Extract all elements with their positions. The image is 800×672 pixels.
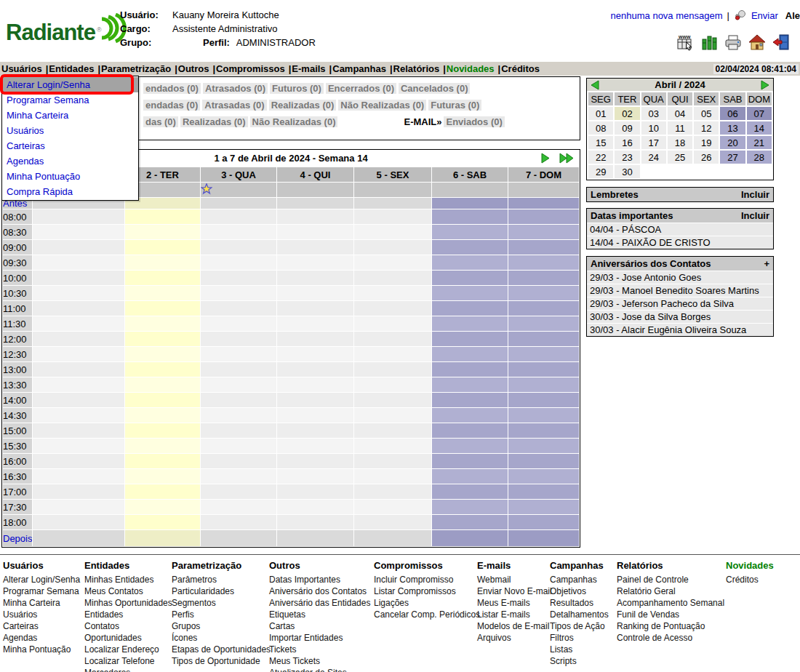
slot-cell[interactable] [432, 484, 508, 499]
footer-link[interactable]: Meus Tickets [269, 655, 374, 667]
allday-cell[interactable] [277, 183, 353, 197]
slot-cell[interactable] [33, 423, 124, 438]
slot-cell[interactable] [354, 301, 431, 316]
slot-cell[interactable] [508, 377, 579, 392]
status-chip[interactable]: Encerrados (0) [326, 83, 396, 94]
slot-cell[interactable] [201, 347, 276, 361]
slot-cell[interactable] [508, 393, 579, 407]
slot-cell[interactable] [125, 240, 200, 255]
mini-day-cell[interactable]: 03 [641, 107, 666, 120]
slot-cell[interactable] [201, 240, 276, 255]
slot-cell[interactable] [354, 377, 431, 392]
allday-cell[interactable] [201, 183, 276, 197]
slot-cell[interactable] [125, 439, 200, 453]
slot-cell[interactable] [33, 255, 124, 270]
slot-cell[interactable] [508, 316, 579, 331]
status-chip[interactable]: Não Realizadas (0) [250, 116, 338, 127]
slot-cell[interactable] [277, 530, 353, 546]
birthdays-add-button[interactable]: + [764, 258, 769, 269]
footer-link[interactable]: Importar Entidades [269, 632, 374, 644]
slot-cell[interactable] [277, 347, 353, 361]
slot-cell[interactable] [201, 332, 276, 346]
footer-link[interactable]: Modelos de E-mail [477, 620, 550, 632]
footer-link[interactable]: Meus Contatos [84, 585, 172, 597]
slot-cell[interactable] [277, 362, 353, 377]
slot-cell[interactable] [432, 209, 508, 224]
menubar-item-entidades[interactable]: Entidades [49, 63, 94, 74]
slot-cell[interactable] [432, 255, 508, 270]
slot-cell[interactable] [201, 454, 276, 468]
slot-cell[interactable] [277, 439, 353, 453]
slot-cell[interactable] [125, 209, 200, 224]
footer-link[interactable]: Enviar Novo E-mail [477, 585, 550, 597]
mini-day-cell[interactable]: 26 [694, 151, 719, 164]
footer-link[interactable]: Ranking de Pontuação [617, 620, 726, 632]
dropdown-item-programar-semana[interactable]: Programar Semana [2, 92, 138, 108]
allday-cell[interactable] [432, 183, 508, 197]
slot-cell[interactable] [432, 469, 508, 484]
menubar-item-parametriza-o[interactable]: Parametrização [101, 63, 171, 74]
slot-cell[interactable] [33, 530, 124, 546]
slot-cell[interactable] [508, 255, 579, 270]
slot-cell[interactable] [508, 301, 579, 316]
footer-link[interactable]: Atualizador de Sites [269, 667, 374, 672]
slot-cell[interactable] [508, 209, 579, 224]
logout-door-icon[interactable] [772, 33, 790, 51]
slot-cell[interactable] [354, 271, 431, 285]
slot-cell[interactable] [201, 530, 276, 546]
footer-link[interactable]: Arquivos [477, 632, 550, 644]
mini-day-cell[interactable]: 01 [588, 107, 613, 120]
slot-cell[interactable] [354, 362, 431, 377]
slot-cell[interactable] [508, 347, 579, 361]
slot-cell[interactable] [277, 225, 353, 239]
slot-cell[interactable] [33, 454, 124, 468]
footer-link[interactable]: Painel de Controle [617, 574, 726, 585]
footer-link[interactable]: Localizar Endereço [84, 644, 172, 655]
footer-link[interactable]: Perfis [172, 609, 269, 620]
slot-cell[interactable] [33, 515, 124, 529]
status-chip[interactable]: Enviados (0) [444, 116, 504, 127]
important-dates-incluir-button[interactable]: Incluir [741, 210, 769, 221]
slot-cell[interactable] [354, 198, 431, 209]
slot-cell[interactable] [432, 439, 508, 453]
status-chip[interactable]: Cancelados (0) [399, 83, 470, 94]
slot-cell[interactable] [354, 469, 431, 484]
slot-cell[interactable] [33, 225, 124, 239]
slot-cell[interactable] [354, 347, 431, 361]
slot-cell[interactable] [201, 225, 276, 239]
footer-link[interactable]: Filtros [550, 632, 617, 644]
slot-cell[interactable] [432, 286, 508, 300]
slot-cell[interactable] [125, 286, 200, 300]
slot-cell[interactable] [277, 469, 353, 484]
slot-cell[interactable] [277, 454, 353, 468]
home-icon[interactable] [748, 33, 766, 51]
slot-cell[interactable] [201, 209, 276, 224]
mini-day-cell[interactable]: 16 [615, 136, 639, 149]
footer-link[interactable]: Detalhamentos [550, 609, 617, 620]
footer-link[interactable]: Cartas [269, 620, 374, 632]
footer-link[interactable]: Aniversário dos Contatos [269, 585, 374, 597]
slot-cell[interactable] [125, 469, 200, 484]
jump-weeks-icon[interactable] [559, 153, 575, 164]
slot-cell[interactable] [508, 454, 579, 468]
slot-cell[interactable] [432, 301, 508, 316]
slot-cell[interactable] [432, 515, 508, 529]
menubar-item-novidades[interactable]: Novidades [447, 63, 495, 74]
slot-cell[interactable] [125, 484, 200, 499]
slot-cell[interactable] [277, 393, 353, 407]
footer-link[interactable]: Particularidades [172, 585, 269, 597]
enviar-link[interactable]: Enviar [751, 10, 778, 21]
mini-day-cell[interactable]: 30 [615, 165, 639, 178]
status-chip[interactable]: Não Realizadas (0) [338, 100, 426, 111]
dropdown-item-usu-rios[interactable]: Usuários [2, 123, 138, 138]
slot-cell[interactable] [432, 347, 508, 361]
mini-day-cell[interactable]: 02 [615, 107, 639, 120]
slot-cell[interactable] [201, 301, 276, 316]
slot-cell[interactable] [277, 408, 353, 423]
slot-cell[interactable] [354, 530, 431, 546]
mini-day-cell[interactable]: 18 [668, 136, 692, 149]
slot-cell[interactable] [508, 362, 579, 377]
footer-link[interactable]: Campanhas [550, 574, 617, 585]
slot-cell[interactable] [201, 271, 276, 285]
slot-cell[interactable] [33, 484, 124, 499]
